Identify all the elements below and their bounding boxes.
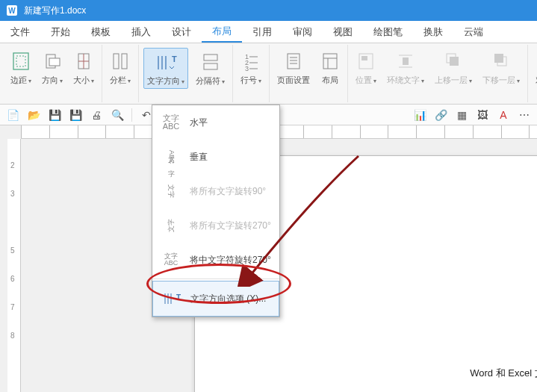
dd-vertical[interactable]: 文ABC字 垂直 xyxy=(152,140,279,174)
doc-paragraph: 平时我们在编写文档时，根据排版要求需要对文字进 xyxy=(344,389,537,392)
svg-rect-25 xyxy=(323,54,337,69)
align-button[interactable]: 对齐▾ xyxy=(533,48,537,87)
svg-rect-21 xyxy=(288,54,299,69)
word-doc-icon: W xyxy=(6,4,18,16)
horizontal-text-icon: 文字 ABC xyxy=(160,113,182,132)
svg-rect-2 xyxy=(13,53,28,69)
rotate90-icon: 文字 xyxy=(161,180,181,202)
size-icon xyxy=(74,49,93,73)
columns-icon xyxy=(111,49,130,73)
position-button: 位置▾ xyxy=(353,48,379,87)
svg-rect-30 xyxy=(403,57,409,65)
tab-view[interactable]: 视图 xyxy=(323,21,363,43)
line-numbers-button[interactable]: 123 行号▾ xyxy=(238,48,264,87)
orientation-icon xyxy=(43,49,62,73)
dd-horizontal[interactable]: 文字 ABC 水平 xyxy=(152,105,279,140)
page-setup-button[interactable]: 页面设置 xyxy=(274,48,313,87)
save-icon[interactable]: 💾 xyxy=(46,107,63,123)
tab-insert[interactable]: 插入 xyxy=(121,21,161,43)
text-direction-icon: T xyxy=(155,50,177,74)
vertical-ruler[interactable]: 2 3 5 6 7 8 xyxy=(7,139,21,392)
orientation-button[interactable]: 方向▾ xyxy=(39,48,66,87)
columns-button[interactable]: 分栏▾ xyxy=(107,48,134,87)
breaks-icon xyxy=(201,50,220,74)
tab-home[interactable]: 开始 xyxy=(40,21,81,43)
svg-rect-29 xyxy=(361,56,367,60)
wrap-text-button: 环绕文字▾ xyxy=(384,48,427,87)
new-doc-icon[interactable]: 📄 xyxy=(4,107,21,123)
menu-bar: 文件 开始 模板 插入 设计 布局 引用 审阅 视图 绘图笔 换肤 云端 xyxy=(0,21,537,43)
text-direction-button[interactable]: T 文字方向▾ xyxy=(143,48,188,89)
vertical-text-icon: 文ABC字 xyxy=(160,147,182,167)
tab-design[interactable]: 设计 xyxy=(161,21,202,43)
wrap-text-icon xyxy=(396,49,415,73)
svg-rect-35 xyxy=(494,54,503,63)
ribbon: 边距▾ 方向▾ 大小▾ 分栏▾ T 文字方向▾ 分隔符▾ xyxy=(0,43,537,105)
position-icon xyxy=(356,49,376,73)
layout-icon xyxy=(320,49,340,73)
send-backward-button: 下移一层▾ xyxy=(479,48,523,87)
table-icon[interactable]: ▦ xyxy=(453,107,470,123)
dd-rotate90: 文字 将所有文字旋转90° xyxy=(152,174,279,208)
breaks-button[interactable]: 分隔符▾ xyxy=(193,49,228,88)
tab-layout[interactable]: 布局 xyxy=(202,21,242,43)
cjk270-icon: 文字 ABC xyxy=(160,250,182,270)
tab-references[interactable]: 引用 xyxy=(242,21,282,43)
document-name: 新建写作1.docx xyxy=(24,4,86,17)
dd-cjk270[interactable]: 文字 ABC 将中文字符旋转270° xyxy=(152,243,279,277)
text-direction-dropdown: 文字 ABC 水平 文ABC字 垂直 文字 将所有文字旋转90° 文字 将所有文… xyxy=(152,105,280,317)
bring-forward-button: 上移一层▾ xyxy=(432,48,475,87)
svg-rect-7 xyxy=(114,54,119,69)
print-icon[interactable]: 🖨 xyxy=(88,107,105,123)
svg-rect-5 xyxy=(49,58,60,66)
svg-rect-33 xyxy=(450,57,459,66)
tab-file[interactable]: 文件 xyxy=(0,21,40,43)
doc-title-line: Word 和 Excel 文档如何让 xyxy=(344,365,537,382)
tab-template[interactable]: 模板 xyxy=(81,21,121,43)
text-color-icon[interactable]: A xyxy=(495,107,512,123)
open-icon[interactable]: 📂 xyxy=(25,107,42,123)
margins-button[interactable]: 边距▾ xyxy=(7,48,34,87)
svg-rect-14 xyxy=(204,63,217,69)
tab-skin[interactable]: 换肤 xyxy=(413,21,453,43)
svg-text:T: T xyxy=(176,293,181,302)
svg-rect-8 xyxy=(122,54,127,69)
page-setup-icon xyxy=(284,49,303,73)
bring-forward-icon xyxy=(444,49,463,73)
svg-text:3: 3 xyxy=(245,65,249,72)
svg-rect-3 xyxy=(16,56,25,66)
svg-text:W: W xyxy=(8,7,16,15)
svg-rect-13 xyxy=(204,55,217,60)
tab-draw[interactable]: 绘图笔 xyxy=(363,21,413,43)
layout-button[interactable]: 布局 xyxy=(317,48,343,87)
text-direction-options-icon: T xyxy=(161,289,183,308)
tab-cloud[interactable]: 云端 xyxy=(453,21,494,43)
line-numbers-icon: 123 xyxy=(241,49,261,73)
dropdown-separator xyxy=(152,279,279,279)
size-button[interactable]: 大小▾ xyxy=(70,48,97,87)
margins-icon xyxy=(11,49,31,73)
rotate270-icon: 文字 xyxy=(161,214,181,237)
tab-review[interactable]: 审阅 xyxy=(282,21,323,43)
dd-rotate270: 文字 将所有文字旋转270° xyxy=(152,208,279,243)
quicksave-icon[interactable]: 💾 xyxy=(67,107,84,123)
dd-options[interactable]: T 文字方向选项 (X)... xyxy=(152,281,279,317)
title-bar: W 新建写作1.docx xyxy=(0,0,537,21)
link-icon[interactable]: 🔗 xyxy=(432,107,449,123)
send-backward-icon xyxy=(491,49,511,73)
more-icon[interactable]: ⋯ xyxy=(516,107,533,123)
svg-text:T: T xyxy=(172,55,177,63)
image-icon[interactable]: 🖼 xyxy=(474,107,491,123)
preview-icon[interactable]: 🔍 xyxy=(109,107,125,123)
chart-icon[interactable]: 📊 xyxy=(412,107,428,123)
